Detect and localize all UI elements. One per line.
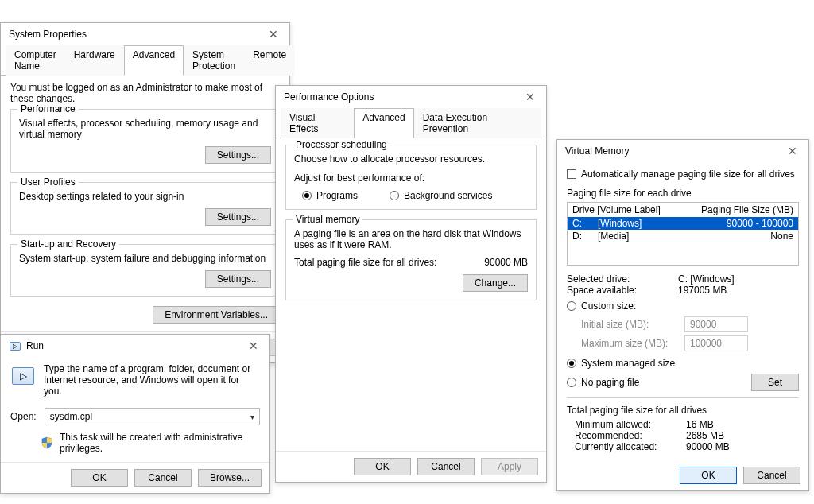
virtual-memory-window: Virtual Memory ✕ Automatically manage pa… <box>556 139 809 491</box>
run-desc: Type the name of a program, folder, docu… <box>44 363 260 397</box>
processor-scheduling-desc: Choose how to allocate processor resourc… <box>294 153 528 165</box>
close-icon[interactable]: ✕ <box>785 145 800 157</box>
titlebar: Virtual Memory ✕ <box>557 140 808 162</box>
ok-button[interactable]: OK <box>680 467 737 484</box>
close-icon[interactable]: ✕ <box>266 28 281 41</box>
cancel-button[interactable]: Cancel <box>134 469 192 487</box>
apply-button[interactable]: Apply <box>481 458 538 475</box>
environment-variables-button[interactable]: Environment Variables... <box>153 306 280 324</box>
startup-recovery-group: Start-up and Recovery System start-up, s… <box>10 244 280 297</box>
virtual-memory-legend: Virtual memory <box>293 214 362 225</box>
tab-computer-name[interactable]: Computer Name <box>6 45 65 76</box>
radio-system-managed[interactable]: System managed size <box>567 358 675 369</box>
performance-desc: Visual effects, processor scheduling, me… <box>19 118 271 140</box>
total-paging-value: 90000 MB <box>484 257 528 268</box>
radio-programs-label: Programs <box>316 190 358 201</box>
startup-recovery-legend: Start-up and Recovery <box>17 238 119 250</box>
titlebar: System Properties ✕ <box>1 23 289 45</box>
open-combo[interactable]: sysdm.cpl ▾ <box>45 408 260 425</box>
drive-header: Drive [Volume Label] <box>572 204 701 215</box>
radio-custom-size[interactable]: Custom size: <box>567 300 636 312</box>
space-available-label: Space available: <box>567 285 678 296</box>
run-window: ▷ Run ✕ ▷ Type the name of a program, fo… <box>0 334 270 494</box>
window-title: Virtual Memory <box>565 145 629 157</box>
radio-dot-icon <box>567 301 576 311</box>
close-icon[interactable]: ✕ <box>522 91 538 103</box>
tabs: Computer Name Hardware Advanced System P… <box>1 45 289 76</box>
performance-group: Performance Visual effects, processor sc… <box>10 109 280 173</box>
processor-scheduling-legend: Processor scheduling <box>293 139 390 150</box>
radio-no-paging-file[interactable]: No paging file <box>567 377 639 388</box>
user-profiles-group: User Profiles Desktop settings related t… <box>10 182 280 235</box>
selected-drive-label: Selected drive: <box>567 273 678 285</box>
drive-cell: D: [Media] <box>572 231 770 242</box>
radio-dot-icon <box>567 378 576 387</box>
set-button[interactable]: Set <box>751 374 799 391</box>
size-header: Paging File Size (MB) <box>701 204 793 215</box>
window-title: Performance Options <box>284 91 374 103</box>
user-profiles-settings-button[interactable]: Settings... <box>205 208 271 226</box>
radio-custom-label: Custom size: <box>581 300 636 312</box>
performance-legend: Performance <box>17 103 79 114</box>
chevron-down-icon: ▾ <box>250 413 254 421</box>
tab-advanced[interactable]: Advanced <box>124 45 184 76</box>
totals-legend: Total paging file size for all drives <box>567 405 799 416</box>
run-large-icon: ▷ <box>10 363 36 389</box>
tab-visual-effects[interactable]: Visual Effects <box>281 108 354 138</box>
close-icon[interactable]: ✕ <box>246 339 262 352</box>
radio-no-paging-label: No paging file <box>581 377 639 388</box>
tab-remote[interactable]: Remote <box>244 45 295 76</box>
virtual-memory-desc: A paging file is an area on the hard dis… <box>294 228 528 250</box>
performance-settings-button[interactable]: Settings... <box>205 146 271 164</box>
tab-hardware[interactable]: Hardware <box>65 45 124 76</box>
tab-system-protection[interactable]: System Protection <box>184 45 244 76</box>
recommended-label: Recommended: <box>575 430 686 441</box>
window-title: Run <box>26 340 44 351</box>
startup-recovery-settings-button[interactable]: Settings... <box>205 270 271 288</box>
virtual-memory-group: Virtual memory A paging file is an area … <box>285 219 537 300</box>
min-allowed-label: Minimum allowed: <box>575 419 686 430</box>
admin-note: You must be logged on as an Administrato… <box>10 82 280 104</box>
initial-size-label: Initial size (MB): <box>581 319 676 330</box>
radio-system-managed-label: System managed size <box>581 358 675 369</box>
ok-button[interactable]: OK <box>354 458 411 475</box>
each-drive-label: Paging file size for each drive <box>567 188 799 199</box>
titlebar: Performance Options ✕ <box>276 86 546 108</box>
open-label: Open: <box>10 411 37 422</box>
cancel-button[interactable]: Cancel <box>743 467 800 484</box>
startup-recovery-desc: System start-up, system failure and debu… <box>19 253 271 264</box>
checkbox-box-icon <box>567 169 576 179</box>
tabs: Visual Effects Advanced Data Execution P… <box>276 108 546 138</box>
tab-dep[interactable]: Data Execution Prevention <box>414 108 541 138</box>
user-profiles-legend: User Profiles <box>17 176 79 188</box>
adjust-label: Adjust for best performance of: <box>294 173 528 184</box>
titlebar: ▷ Run ✕ <box>1 335 269 357</box>
system-properties-window: System Properties ✕ Computer Name Hardwa… <box>0 22 290 363</box>
total-paging-label: Total paging file size for all drives: <box>294 257 436 268</box>
space-available-value: 197005 MB <box>678 285 727 296</box>
radio-dot-icon <box>390 191 399 200</box>
processor-scheduling-group: Processor scheduling Choose how to alloc… <box>285 145 537 210</box>
radio-background-services[interactable]: Background services <box>390 190 492 201</box>
radio-dot-icon <box>302 191 312 200</box>
drive-row[interactable]: C: [Windows]90000 - 100000 <box>568 217 798 230</box>
auto-manage-label: Automatically manage paging file size fo… <box>581 169 795 180</box>
cancel-button[interactable]: Cancel <box>417 458 475 475</box>
change-button[interactable]: Change... <box>463 274 528 292</box>
auto-manage-checkbox[interactable]: Automatically manage paging file size fo… <box>567 169 795 180</box>
open-value: sysdm.cpl <box>50 411 92 422</box>
recommended-value: 2685 MB <box>686 430 724 441</box>
ok-button[interactable]: OK <box>71 469 128 487</box>
shield-icon <box>41 436 53 449</box>
drive-size-cell: 90000 - 100000 <box>727 218 793 229</box>
drive-row[interactable]: D: [Media]None <box>568 230 798 242</box>
performance-options-window: Performance Options ✕ Visual Effects Adv… <box>275 85 547 483</box>
maximum-size-input[interactable]: 100000 <box>684 335 748 351</box>
currently-allocated-label: Currently allocated: <box>575 441 686 452</box>
tab-advanced[interactable]: Advanced <box>354 108 413 138</box>
browse-button[interactable]: Browse... <box>198 469 262 487</box>
initial-size-input[interactable]: 90000 <box>684 316 748 332</box>
radio-programs[interactable]: Programs <box>302 190 358 201</box>
currently-allocated-value: 90000 MB <box>686 441 730 452</box>
drive-list[interactable]: Drive [Volume Label] Paging File Size (M… <box>567 202 799 266</box>
